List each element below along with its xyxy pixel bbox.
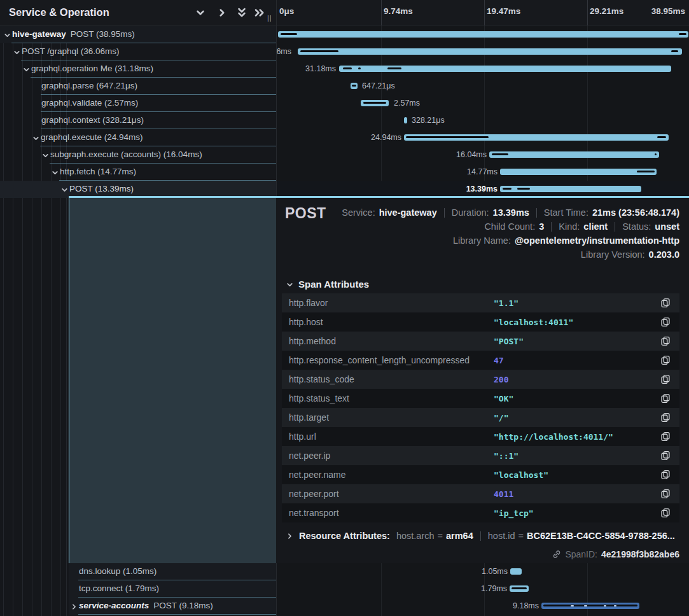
copy-icon[interactable] [660,336,671,346]
span-label: POST /graphql (36.06ms) [22,46,120,56]
tree-row-graphql-validate[interactable]: graphql.validate (2.57ms) [0,95,276,112]
section-title: Span Attributes [298,279,369,290]
span-attributes-table: http.flavor "1.1" http.host "localhost:4… [282,293,679,522]
resource-key: host.id [488,531,515,541]
tree-row-hive-gateway-post[interactable]: hive-gatewayPOST (38.95ms) [0,26,276,43]
tree-row-graphql-operation[interactable]: graphql.operation Me (31.18ms) [0,60,276,78]
copy-icon[interactable] [660,451,671,461]
resource-attributes-toggle[interactable]: Resource Attributes: host.arch = arm64 h… [286,531,675,541]
tree-row-service-accounts-post[interactable]: service-accountsPOST (9.18ms) [0,598,276,615]
chevron-down-icon[interactable] [41,151,50,159]
timeline-row: 2.57ms [277,95,689,112]
tree-row-graphql-context[interactable]: graphql.context (328.21μs) [0,112,276,129]
axis-tick: 0μs [279,6,294,16]
span-bar-tcp-connect[interactable] [510,585,529,592]
copy-icon[interactable] [660,489,671,499]
copy-icon[interactable] [660,470,671,480]
timeline-row: 9.18ms [277,598,689,615]
duration-label: 1.05ms [471,567,508,576]
expand-one-icon[interactable] [216,7,228,18]
copy-icon[interactable] [660,508,671,518]
span-label: hive-gatewayPOST (38.95ms) [12,29,135,39]
deep-link-icon[interactable] [552,550,561,559]
attribute-value: 47 [494,356,504,365]
tree-row-post-graphql[interactable]: POST /graphql (36.06ms) [0,43,276,60]
copy-icon[interactable] [660,431,671,442]
span-label: http.fetch (14.77ms) [60,167,136,176]
attribute-row: net.peer.port 4011 [282,484,679,503]
copy-icon[interactable] [660,298,671,308]
span-label: graphql.validate (2.57ms) [41,98,138,108]
tree-row-subgraph-execute[interactable]: subgraph.execute (accounts) (16.04ms) [0,146,276,164]
chevron-down-icon[interactable] [22,65,31,73]
collapse-one-icon[interactable] [195,7,206,18]
span-label: tcp.connect (1.79ms) [79,584,159,593]
pane-title: Service & Operation [9,6,109,18]
chevron-down-icon[interactable] [32,134,40,142]
tree-row-tcp-connect[interactable]: tcp.connect (1.79ms) [0,580,276,598]
attribute-key: net.transport [289,508,339,518]
attribute-key: net.peer.ip [289,451,330,461]
duration-label: 9.18ms [503,601,539,610]
copy-icon[interactable] [660,374,671,384]
collapse-all-icon[interactable] [236,7,247,18]
copy-icon[interactable] [660,412,671,423]
span-bar-graphql-execute[interactable] [404,134,669,141]
chevron-down-icon[interactable] [13,48,21,56]
span-bar-post-selected[interactable] [500,186,641,192]
span-bar-graphql-operation[interactable] [339,66,671,72]
chevron-down-icon[interactable] [51,168,59,176]
attribute-value: "localhost:4011" [494,318,573,327]
tree-row-dns-lookup[interactable]: dns.lookup (1.05ms) [0,563,276,580]
duration-label: 16.04ms [450,150,487,159]
span-bar-graphql-context[interactable] [404,117,407,123]
duration-label: 13.39ms [461,185,498,193]
span-bar-hive-gateway[interactable] [278,31,688,38]
duration-label: 36.06ms [276,47,291,56]
duration-label: 24.94ms [365,133,401,142]
span-tree-pane: hive-gatewayPOST (38.95ms) POST /graphql… [0,0,276,616]
copy-icon[interactable] [660,317,671,327]
attribute-value: "OK" [494,394,513,403]
section-title: Resource Attributes: [299,531,390,541]
tree-row-graphql-execute[interactable]: graphql.execute (24.94ms) [0,129,276,146]
chevron-down-icon[interactable] [60,185,69,193]
attribute-row: http.method "POST" [282,332,679,351]
axis-separator [484,0,485,25]
span-id-label: SpanID: [565,549,597,559]
span-bar-graphql-parse[interactable] [351,83,358,89]
attribute-row: net.peer.name "localhost" [282,465,679,484]
span-label: graphql.parse (647.21μs) [41,81,137,90]
row-underline [78,614,276,615]
copy-icon[interactable] [660,355,671,365]
expand-all-icon[interactable] [254,7,265,18]
span-bar-graphql-validate[interactable] [361,100,389,106]
resource-value: arm64 [446,531,473,541]
span-attributes-section-toggle[interactable]: Span Attributes [286,279,369,290]
attribute-value: "1.1" [494,298,518,308]
chevron-right-icon[interactable] [70,602,78,610]
span-bar-http-fetch[interactable] [500,169,657,175]
chevron-down-icon[interactable] [3,31,11,39]
span-meta-line-1: Service:hive-gateway Duration:13.39ms St… [342,207,679,218]
attribute-value: "http://localhost:4011/" [494,432,613,442]
timeline-row: 1.79ms [277,580,689,598]
span-bar-service-accounts[interactable] [541,603,639,609]
timeline-axis: 0μs 9.74ms 19.47ms 29.21ms 38.95ms [277,0,689,25]
span-bar-post-graphql[interactable] [298,48,682,55]
attribute-row: http.response_content_length_uncompresse… [282,351,679,370]
attribute-key: net.peer.port [289,489,339,499]
attribute-key: http.target [289,412,329,423]
span-bar-subgraph-execute[interactable] [489,151,659,158]
span-meta-line-4: Library Version:0.203.0 [581,249,679,260]
duration-label: 647.21μs [362,81,398,90]
span-bar-dns-lookup[interactable] [510,568,522,575]
tree-row-post-selected[interactable]: POST (13.39ms) [0,181,276,198]
attribute-value: "::1" [494,451,518,461]
tree-row-graphql-parse[interactable]: graphql.parse (647.21μs) [0,78,276,95]
tree-row-http-fetch[interactable]: http.fetch (14.77ms) [0,164,276,181]
column-resize-grip[interactable]: || [267,14,274,23]
copy-icon[interactable] [660,393,671,403]
timeline-row [277,26,689,43]
timeline-row: 36.06ms [277,43,689,60]
